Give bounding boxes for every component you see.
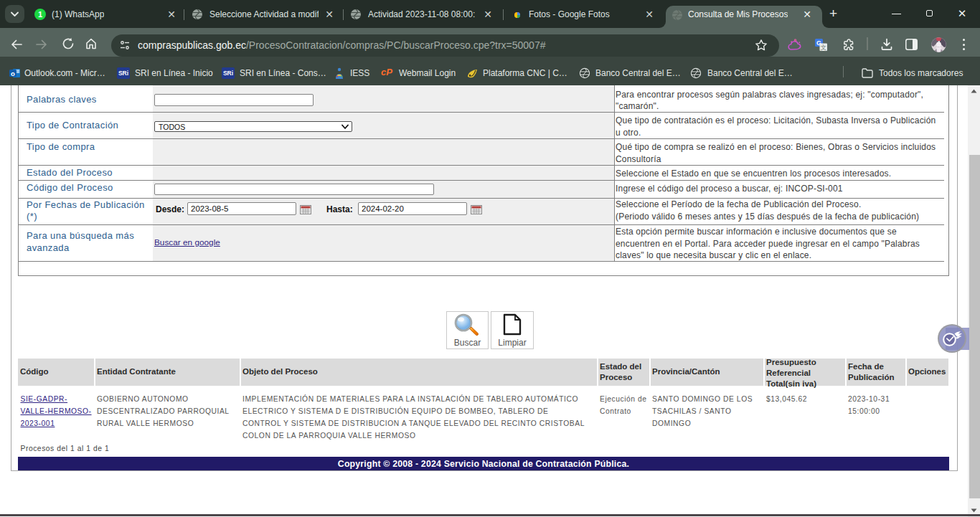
svg-text:o: o [11,70,15,77]
svg-text:文: 文 [820,44,826,51]
